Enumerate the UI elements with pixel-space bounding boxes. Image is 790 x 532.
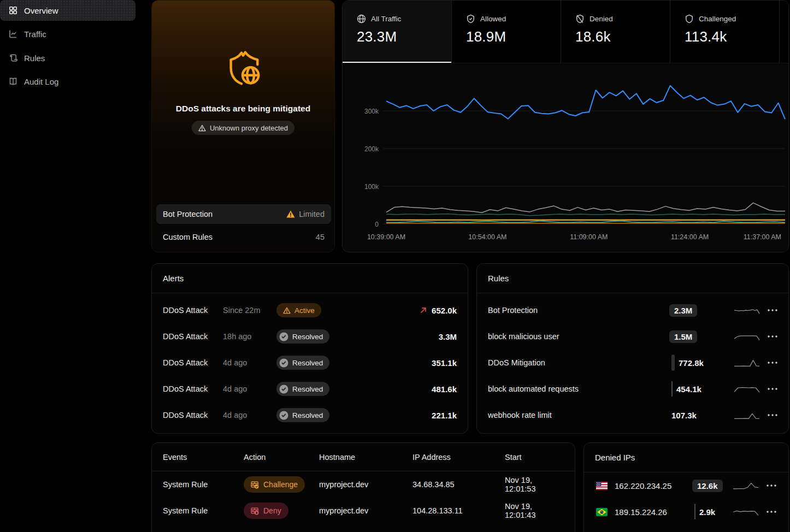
svg-text:300k: 300k [364, 108, 379, 115]
custom-rules-count: 45 [316, 233, 325, 241]
tab-allowed[interactable]: Allowed 18.9M [452, 1, 561, 63]
svg-text:11:09:00 AM: 11:09:00 AM [570, 233, 608, 241]
svg-text:0: 0 [375, 221, 379, 228]
alert-count: 351.1k [432, 358, 457, 368]
sidebar-item-overview[interactable]: Overview [0, 0, 135, 21]
line-chart-icon [9, 29, 17, 38]
alert-time: 4d ago [223, 411, 276, 419]
ellipsis-menu-icon[interactable] [768, 309, 777, 311]
tab-all-traffic[interactable]: All Traffic 23.3M [343, 1, 452, 63]
proxy-warning-text: Unknown proxy detected [210, 124, 288, 132]
tab-challenged[interactable]: Challenged 113.4k [670, 1, 780, 63]
alert-row[interactable]: DDoS Attack Since 22m Active 652.0k [152, 297, 468, 323]
rule-count-badge: 454.1k [671, 381, 732, 397]
alert-status-badge: Active [276, 303, 321, 317]
alert-row[interactable]: DDoS Attack 4d ago Resolved 351.1k [152, 350, 468, 376]
event-action-badge: Challenge [244, 476, 305, 493]
alert-count: 652.0k [432, 306, 457, 315]
custom-rules-label: Custom Rules [163, 233, 213, 241]
shield-globe-icon [223, 49, 263, 92]
sidebar-item-label: Audit Log [24, 77, 58, 86]
rule-name: webhook rate limit [488, 411, 671, 419]
rule-row[interactable]: block malicious user 1.5M [477, 323, 788, 350]
grid-icon [9, 6, 17, 15]
rule-sparkline [734, 331, 760, 342]
event-start: Nov 19, 12:01:53 [505, 476, 564, 493]
denied-ip-address: 162.220.234.25 [615, 481, 671, 490]
trend-up-icon [420, 306, 427, 314]
us-flag-icon [596, 482, 608, 490]
event-hostname: myproject.dev [319, 480, 412, 489]
alert-row[interactable]: DDoS Attack 4d ago Resolved 481.6k [152, 376, 468, 402]
denied-ip-sparkline [733, 480, 759, 491]
sidebar-item-traffic[interactable]: Traffic [0, 24, 135, 44]
rule-count-badge: 107.3k [671, 411, 732, 420]
tab-denied[interactable]: Denied 18.6k [561, 1, 670, 63]
rule-count-badge: 2.3M [671, 304, 732, 317]
rule-name: DDoS Mitigation [488, 358, 671, 367]
tab-label: All Traffic [371, 15, 401, 23]
alert-name: DDoS Attack [163, 411, 223, 419]
denied-ips-title: Denied IPs [584, 443, 788, 472]
denied-ip-row[interactable]: 189.15.224.26 2.9k [584, 499, 788, 525]
rule-row[interactable]: DDoS Mitigation 772.8k [477, 350, 788, 376]
alert-row[interactable]: DDoS Attack 18h ago Resolved 3.3M [152, 323, 468, 350]
rule-row[interactable]: block automated requests 454.1k [477, 376, 788, 402]
custom-rules-row[interactable]: Custom Rules 45 [156, 228, 331, 246]
svg-text:200k: 200k [364, 145, 379, 153]
denied-ip-sparkline [733, 506, 759, 517]
rule-row[interactable]: webhook rate limit 107.3k [477, 402, 788, 428]
svg-text:11:24:00 AM: 11:24:00 AM [671, 233, 709, 241]
sidebar-item-audit-log[interactable]: Audit Log [0, 72, 135, 91]
rules-title: Rules [477, 264, 788, 293]
alert-time: 4d ago [223, 385, 276, 393]
alert-row[interactable]: DDoS Attack 4d ago Resolved 221.1k [152, 402, 468, 428]
denied-ip-row[interactable]: 162.220.234.25 12.6k [584, 472, 788, 499]
alert-status-badge: Resolved [276, 329, 329, 344]
ellipsis-menu-icon[interactable] [768, 414, 777, 416]
ellipsis-menu-icon[interactable] [768, 335, 777, 338]
event-type: System Rule [163, 506, 244, 515]
shield-check-icon [466, 14, 475, 23]
denied-ip-address: 189.15.224.26 [615, 507, 667, 517]
event-action-badge: Deny [244, 503, 288, 519]
events-card: Events Action Hostname IP Address Start … [151, 442, 575, 532]
globe-icon [357, 14, 366, 23]
alerts-title: Alerts [152, 264, 468, 293]
sidebar-item-label: Rules [24, 54, 45, 63]
sidebar-item-label: Overview [24, 6, 58, 15]
event-row[interactable]: System Rule Challenge myproject.dev 34.6… [152, 471, 575, 498]
denied-ip-count-badge: 12.6k [694, 480, 730, 492]
firewall-overview-screen: Overview Traffic Rules [0, 0, 790, 532]
column-header-hostname: Hostname [319, 453, 412, 462]
svg-text:100k: 100k [364, 183, 379, 191]
sidebar-item-rules[interactable]: Rules [0, 48, 135, 68]
event-row[interactable]: System Rule Deny myproject.dev 104.28.13… [152, 498, 575, 524]
ellipsis-menu-icon[interactable] [767, 484, 776, 487]
denied-ip-count-badge: 2.9k [694, 504, 730, 519]
scroll-icon [9, 54, 17, 62]
tab-label: Denied [589, 15, 613, 23]
check-circle-icon [279, 332, 288, 341]
svg-text:10:54:00 AM: 10:54:00 AM [468, 233, 506, 241]
rule-count-badge: 772.8k [671, 354, 732, 371]
shield-icon [685, 14, 694, 23]
alert-name: DDoS Attack [163, 306, 223, 315]
denied-ips-card: Denied IPs 162.220.234.25 12.6k [583, 442, 789, 532]
alert-name: DDoS Attack [163, 358, 223, 367]
bot-protection-row[interactable]: Bot Protection Limited [156, 204, 331, 224]
shield-off-icon [575, 14, 585, 23]
rule-name: Bot Protection [488, 306, 671, 315]
alert-time: Since 22m [223, 306, 276, 315]
ellipsis-menu-icon[interactable] [768, 388, 777, 390]
traffic-tabs: All Traffic 23.3M Allowed 18.9M [343, 1, 788, 63]
tab-value: 18.9M [466, 28, 561, 45]
ddos-status-card: DDoS attacks are being mitigated Unknown… [151, 0, 335, 252]
ellipsis-menu-icon[interactable] [767, 511, 776, 513]
alert-name: DDoS Attack [163, 385, 223, 393]
bot-protection-status: Limited [299, 210, 325, 218]
event-start: Nov 19, 12:01:43 [505, 502, 564, 519]
rule-row[interactable]: Bot Protection 2.3M [477, 297, 788, 323]
ellipsis-menu-icon[interactable] [768, 362, 777, 364]
column-header-ip: IP Address [412, 453, 505, 462]
